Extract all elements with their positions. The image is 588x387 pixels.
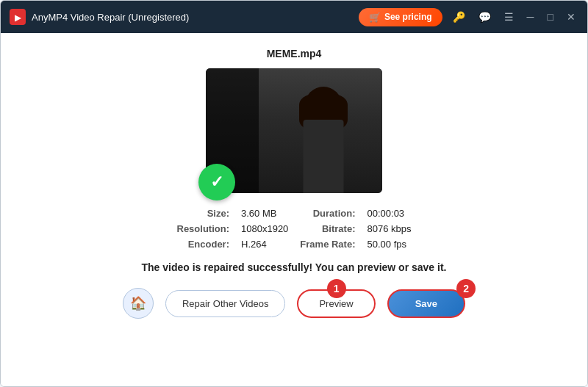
person-silhouette	[287, 87, 360, 193]
success-checkmark-badge: ✓	[198, 164, 235, 200]
badge-2: 2	[456, 279, 476, 298]
close-button[interactable]: ✕	[564, 10, 578, 24]
duration-label: Duration:	[300, 208, 355, 219]
bitrate-label: Bitrate:	[300, 223, 355, 234]
chat-icon[interactable]: 💬	[476, 10, 494, 24]
pricing-label: See pricing	[384, 12, 432, 22]
titlebar-actions: 🛒 See pricing 🔑 💬 ☰ ─ □ ✕	[359, 8, 578, 26]
home-icon: 🏠	[130, 295, 146, 311]
bitrate-value: 8076 kbps	[367, 223, 411, 234]
app-logo: ▶	[10, 9, 26, 25]
framerate-label: Frame Rate:	[300, 239, 355, 250]
status-message: The video is repaired successfully! You …	[142, 261, 447, 273]
encoder-value: H.264	[241, 239, 288, 250]
main-content: MEME.mp4 ✓ Size: 3.60 MB Duration: 0	[1, 33, 587, 386]
size-label: Size:	[177, 208, 230, 219]
framerate-value: 50.00 fps	[367, 239, 411, 250]
badge-1: 1	[327, 279, 346, 298]
video-info-grid: Size: 3.60 MB Duration: 00:00:03 Resolut…	[177, 208, 412, 250]
menu-icon[interactable]: ☰	[501, 10, 517, 24]
resolution-value: 1080x1920	[241, 223, 288, 234]
action-buttons: 🏠 Repair Other Videos 1 Preview 2 Save	[123, 288, 465, 319]
repair-other-button[interactable]: Repair Other Videos	[165, 290, 286, 317]
save-button[interactable]: Save	[387, 289, 465, 318]
home-button[interactable]: 🏠	[123, 288, 154, 319]
save-button-wrapper: 2 Save	[387, 289, 465, 318]
checkmark-icon: ✓	[210, 173, 223, 192]
app-title: AnyMP4 Video Repair (Unregistered)	[32, 12, 359, 23]
duration-value: 00:00:03	[367, 208, 411, 219]
thumbnail-container: ✓	[206, 68, 382, 193]
maximize-button[interactable]: □	[545, 10, 556, 24]
size-value: 3.60 MB	[241, 208, 288, 219]
cart-icon: 🛒	[369, 12, 381, 23]
main-window: ▶ AnyMP4 Video Repair (Unregistered) 🛒 S…	[0, 0, 588, 387]
preview-button-wrapper: 1 Preview	[297, 289, 375, 318]
video-filename: MEME.mp4	[267, 48, 322, 59]
person-body	[304, 120, 344, 193]
titlebar: ▶ AnyMP4 Video Repair (Unregistered) 🛒 S…	[1, 1, 587, 33]
minimize-button[interactable]: ─	[524, 10, 537, 24]
see-pricing-button[interactable]: 🛒 See pricing	[359, 8, 442, 26]
person-hair	[305, 87, 342, 123]
key-icon[interactable]: 🔑	[450, 10, 468, 24]
encoder-label: Encoder:	[177, 239, 230, 250]
resolution-label: Resolution:	[177, 223, 230, 234]
